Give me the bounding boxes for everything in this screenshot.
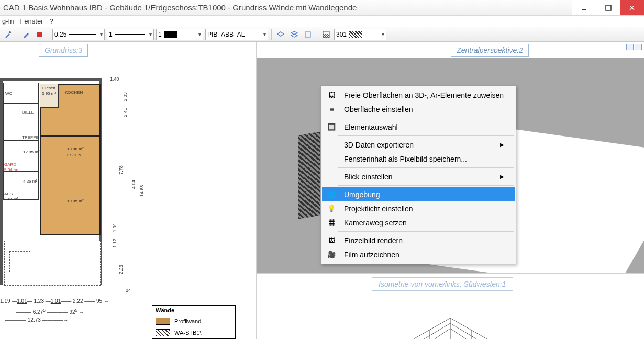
- view-restore-button[interactable]: [626, 44, 634, 50]
- window-close-button[interactable]: [620, 0, 644, 15]
- ctx-film-aufzeichnen[interactable]: 🎥 Film aufzeichnen: [322, 247, 515, 262]
- label-abs: ABS.: [4, 191, 14, 196]
- context-menu: 🖼 Freie Oberflächen an 3D-, Ar-Elemente …: [320, 85, 516, 264]
- linecolor-combo[interactable]: 1 ▾: [156, 29, 203, 40]
- pane-floorplan[interactable]: Grundriss:3 WC DIELE Fliesen 3.95 m² KOC…: [0, 42, 257, 339]
- ctx-label: 3D Daten exportieren: [344, 141, 414, 149]
- ctx-elementauswahl[interactable]: 🔲 Elementauswahl: [322, 120, 515, 134]
- tab-isometrie[interactable]: Isometrie von vorne/links, Südwesten:1: [372, 277, 513, 291]
- label-abs-area: 2.41 m²: [4, 197, 18, 201]
- label-fliesen: Fliesen: [42, 86, 55, 91]
- separator: [338, 231, 514, 232]
- ctx-einzelbild-rendern[interactable]: 🖼 Einzelbild rendern: [322, 233, 515, 247]
- tool-dropper-icon[interactable]: [2, 29, 14, 40]
- ctx-label: Film aufzeichnen: [344, 251, 399, 259]
- view-maximize-button[interactable]: [635, 44, 642, 50]
- menu-fenster[interactable]: Fenster: [20, 17, 43, 25]
- chevron-down-icon: ▾: [380, 31, 384, 37]
- ctx-blick-einstellen[interactable]: Blick einstellen ▶: [322, 170, 515, 184]
- menu-plugin[interactable]: g-In: [2, 17, 14, 25]
- tab-grundriss[interactable]: Grundriss:3: [39, 44, 88, 56]
- label-area436: 4.36 m²: [23, 179, 37, 184]
- ctx-kameraweg[interactable]: 🛤 Kameraweg setzen: [322, 216, 515, 230]
- label-essen: ESSEN: [67, 153, 81, 157]
- hatchnum-combo[interactable]: 301 ▾: [334, 29, 386, 40]
- ctx-pixelbild-speichern[interactable]: Fensterinhalt als Pixelbild speichern...: [322, 152, 515, 166]
- legend-label: Profilwand: [174, 318, 201, 324]
- window-maximize-button[interactable]: [596, 0, 620, 15]
- window-minimize-button[interactable]: [572, 0, 596, 15]
- linecolor-value: 1: [158, 31, 162, 38]
- dim: 95: [96, 298, 102, 304]
- ctx-label: Freie Oberflächen an 3D-, Ar-Elemente zu…: [344, 91, 504, 99]
- dim: 12.73: [28, 317, 41, 323]
- chevron-down-icon: ▾: [98, 31, 103, 37]
- tool-layers2-icon[interactable]: [288, 29, 300, 40]
- lineweight-value: 0.25: [54, 31, 66, 38]
- ctx-3d-export[interactable]: 3D Daten exportieren ▶: [322, 138, 515, 152]
- label-wc: WC: [5, 91, 12, 96]
- ctx-label: Fensterinhalt als Pixelbild speichern...: [344, 155, 467, 163]
- ctx-umgebung[interactable]: 🌐 Umgebung: [322, 187, 515, 201]
- layer-combo[interactable]: PIB_ABB_AL ▾: [205, 29, 268, 40]
- tool-hatch-icon[interactable]: [320, 29, 332, 40]
- separator: [338, 118, 514, 118]
- tool-color-icon[interactable]: [34, 29, 46, 40]
- light-icon: 💡: [326, 204, 337, 214]
- legend-title: Wände: [152, 306, 235, 315]
- camera-path-icon: 🛤: [326, 218, 337, 228]
- tool-layers3-icon[interactable]: [302, 29, 314, 40]
- svg-point-4: [9, 31, 11, 33]
- label-area1285: 12.85 m²: [23, 150, 40, 154]
- dim-sup: 5: [75, 308, 78, 313]
- svg-rect-6: [305, 32, 310, 37]
- legend-label: WA-STB1\: [174, 330, 202, 336]
- dim: 92: [69, 309, 75, 315]
- dim: 1.01: [17, 298, 27, 304]
- tool-layers1-icon[interactable]: [275, 29, 286, 40]
- dim: 1.01: [51, 298, 61, 304]
- dim: 2.22: [73, 298, 83, 304]
- label-gard-area: 5.04 m²: [4, 167, 18, 172]
- menubar: g-In Fenster ?: [0, 16, 644, 27]
- pane-isometrie[interactable]: Isometrie von vorne/links, Südwesten:1: [257, 273, 644, 339]
- ctx-label: Kameraweg setzen: [344, 219, 407, 227]
- dim: 1.23: [34, 298, 44, 304]
- linetype-combo[interactable]: 1 ▾: [107, 29, 154, 40]
- ctx-label: Elementauswahl: [344, 123, 398, 131]
- dim: 14.63: [139, 185, 145, 197]
- dim: 24: [126, 288, 131, 293]
- menu-help[interactable]: ?: [49, 17, 53, 25]
- label-essen-area2: 19.05 m²: [67, 199, 84, 204]
- dim: 6.27: [33, 309, 43, 315]
- separator: [338, 167, 514, 168]
- separator: [338, 135, 514, 136]
- ctx-label: Umgebung: [344, 190, 380, 199]
- separator: [338, 185, 514, 186]
- label-fliesen-area: 3.95 m²: [42, 91, 56, 96]
- tab-zentralperspektive[interactable]: Zentralperspektive:2: [451, 44, 529, 56]
- ctx-oberflaeche-einstellen[interactable]: 🖥 Oberfläche einstellen: [322, 102, 515, 116]
- dim: 2.41: [123, 108, 128, 117]
- ctx-label: Blick einstellen: [344, 173, 393, 181]
- legend-swatch-profilwand: [156, 318, 170, 325]
- lineweight-combo[interactable]: 0.25 ▾: [52, 29, 105, 40]
- dim: 2.23: [118, 265, 124, 274]
- dim-sup: 5: [43, 308, 46, 313]
- dim: 1.19: [0, 298, 10, 304]
- dim: 7.78: [118, 165, 124, 175]
- svg-rect-1: [606, 5, 611, 10]
- submenu-arrow-icon: ▶: [500, 174, 504, 179]
- ctx-freie-oberflaechen[interactable]: 🖼 Freie Oberflächen an 3D-, Ar-Elemente …: [322, 88, 515, 102]
- ctx-label: Projektlicht einstellen: [344, 205, 413, 213]
- label-gard: GARD: [4, 162, 16, 167]
- ctx-label: Einzelbild rendern: [344, 236, 403, 245]
- svg-rect-8: [323, 31, 329, 38]
- dim: 1.12: [112, 239, 117, 248]
- ctx-label: Oberfläche einstellen: [344, 105, 413, 114]
- label-kochen: KOCHEN: [65, 90, 83, 95]
- submenu-arrow-icon: ▶: [500, 142, 504, 148]
- ctx-projektlicht[interactable]: 💡 Projektlicht einstellen: [322, 201, 515, 216]
- tool-pen-icon[interactable]: [20, 29, 32, 40]
- environment-icon: 🌐: [326, 189, 337, 200]
